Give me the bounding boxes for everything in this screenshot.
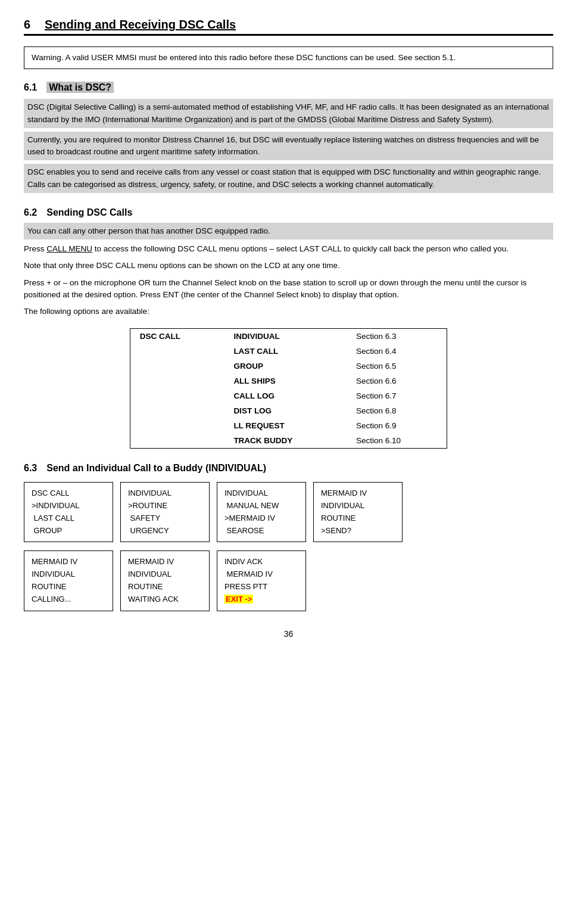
section-62-title: Sending DSC Calls (46, 207, 132, 218)
lcd-5-line4: CALLING... (32, 593, 105, 606)
section-63: 6.3 Send an Individual Call to a Buddy (… (24, 463, 553, 611)
lcd-4-line3: ROUTINE (321, 512, 395, 525)
section-61-header: 6.1 What is DSC? (24, 82, 553, 93)
section-61-title-highlight: What is DSC? (46, 82, 114, 93)
table-section-4: Section 6.6 (347, 374, 447, 388)
lcd-screen-4: MERMAID IV INDIVIDUAL ROUTINE >SEND? (313, 482, 403, 542)
table-section-8: Section 6.10 (347, 433, 447, 449)
lcd-6-line4: WAITING ACK (128, 593, 202, 606)
section-61-title: What is DSC? (46, 82, 114, 93)
lcd-2-line3: SAFETY (128, 512, 202, 525)
lcd-4-line2: INDIVIDUAL (321, 500, 395, 512)
lcd-5-line3: ROUTINE (32, 581, 105, 593)
lcd-7-line4: EXIT -> (224, 593, 298, 606)
section-62-number: 6.2 (24, 207, 37, 218)
page-title: Sending and Receiving DSC Calls (45, 18, 236, 31)
section-61-number: 6.1 (24, 82, 37, 93)
section-61-para3: DSC enables you to send and receive call… (24, 164, 553, 193)
lcd-6-line2: INDIVIDUAL (128, 568, 202, 581)
table-item-1: INDIVIDUAL (224, 329, 347, 344)
table-section-1: Section 6.3 (347, 329, 447, 344)
lcd-7-line3: PRESS PTT (224, 581, 298, 593)
table-col1-header: DSC CALL (130, 329, 224, 449)
lcd-screen-6: MERMAID IV INDIVIDUAL ROUTINE WAITING AC… (120, 550, 210, 611)
table-item-6: DIST LOG (224, 403, 347, 418)
lcd-2-line1: INDIVIDUAL (128, 487, 202, 500)
table-section-6: Section 6.8 (347, 403, 447, 418)
table-item-4: ALL SHIPS (224, 374, 347, 388)
lcd-1-line3: LAST CALL (32, 512, 105, 525)
section-63-title: Send an Individual Call to a Buddy (INDI… (46, 463, 266, 474)
lcd-7-line1: INDIV ACK (224, 556, 298, 568)
section-62-para2: Note that only three DSC CALL menu optio… (24, 260, 553, 272)
lcd-1-line1: DSC CALL (32, 487, 105, 500)
section-62-highlighted: You can call any other person that has a… (24, 223, 553, 239)
lcd-6-line3: ROUTINE (128, 581, 202, 593)
page-number: 36 (24, 629, 553, 639)
lcd-screen-7: INDIV ACK MERMAID IV PRESS PTT EXIT -> (217, 550, 306, 611)
lcd-screens-row1: DSC CALL >INDIVIDUAL LAST CALL GROUP IND… (24, 482, 553, 542)
section-61-para1: DSC (Digital Selective Calling) is a sem… (24, 99, 553, 128)
table-section-2: Section 6.4 (347, 344, 447, 359)
page-number-value: 36 (284, 629, 294, 639)
lcd-1-line4: GROUP (32, 525, 105, 537)
lcd-5-line2: INDIVIDUAL (32, 568, 105, 581)
lcd-5-line1: MERMAID IV (32, 556, 105, 568)
section-62-para4: The following options are available: (24, 306, 553, 318)
lcd-6-line1: MERMAID IV (128, 556, 202, 568)
lcd-4-line1: MERMAID IV (321, 487, 395, 500)
exit-arrow-label: EXIT -> (224, 595, 253, 603)
lcd-screen-2: INDIVIDUAL >ROUTINE SAFETY URGENCY (120, 482, 210, 542)
table-item-2: LAST CALL (224, 344, 347, 359)
lcd-4-line4: >SEND? (321, 525, 395, 537)
lcd-3-line4: SEAROSE (224, 525, 298, 537)
section-62-header: 6.2 Sending DSC Calls (24, 207, 553, 218)
table-item-5: CALL LOG (224, 388, 347, 403)
lcd-screen-3: INDIVIDUAL MANUAL NEW >MERMAID IV SEAROS… (217, 482, 306, 542)
chapter-number: 6 (24, 18, 30, 31)
page-header: 6 Sending and Receiving DSC Calls (24, 18, 553, 36)
lcd-1-line2: >INDIVIDUAL (32, 500, 105, 512)
table-section-3: Section 6.5 (347, 359, 447, 374)
dsc-menu-table: DSC CALL INDIVIDUAL Section 6.3 LAST CAL… (130, 328, 447, 449)
lcd-7-line2: MERMAID IV (224, 568, 298, 581)
section-62: 6.2 Sending DSC Calls You can call any o… (24, 207, 553, 449)
lcd-2-line2: >ROUTINE (128, 500, 202, 512)
table-section-7: Section 6.9 (347, 418, 447, 433)
section-61-para2: Currently, you are required to monitor D… (24, 132, 553, 161)
table-item-7: LL REQUEST (224, 418, 347, 433)
section-63-number: 6.3 (24, 463, 37, 474)
lcd-3-line1: INDIVIDUAL (224, 487, 298, 500)
warning-text: Warning. A valid USER MMSI must be enter… (32, 53, 456, 62)
table-item-3: GROUP (224, 359, 347, 374)
table-section-5: Section 6.7 (347, 388, 447, 403)
section-62-para3: Press + or – on the microphone OR turn t… (24, 277, 553, 301)
lcd-screens-row2: MERMAID IV INDIVIDUAL ROUTINE CALLING...… (24, 550, 553, 611)
lcd-2-line4: URGENCY (128, 525, 202, 537)
table-row: DSC CALL INDIVIDUAL Section 6.3 (130, 329, 447, 344)
table-item-8: TRACK BUDDY (224, 433, 347, 449)
lcd-screen-1: DSC CALL >INDIVIDUAL LAST CALL GROUP (24, 482, 113, 542)
warning-box: Warning. A valid USER MMSI must be enter… (24, 46, 553, 69)
lcd-screen-5: MERMAID IV INDIVIDUAL ROUTINE CALLING... (24, 550, 113, 611)
section-62-para1: Press CALL MENU to access the following … (24, 243, 553, 255)
lcd-3-line2: MANUAL NEW (224, 500, 298, 512)
lcd-3-line3: >MERMAID IV (224, 512, 298, 525)
section-63-header: 6.3 Send an Individual Call to a Buddy (… (24, 463, 553, 474)
